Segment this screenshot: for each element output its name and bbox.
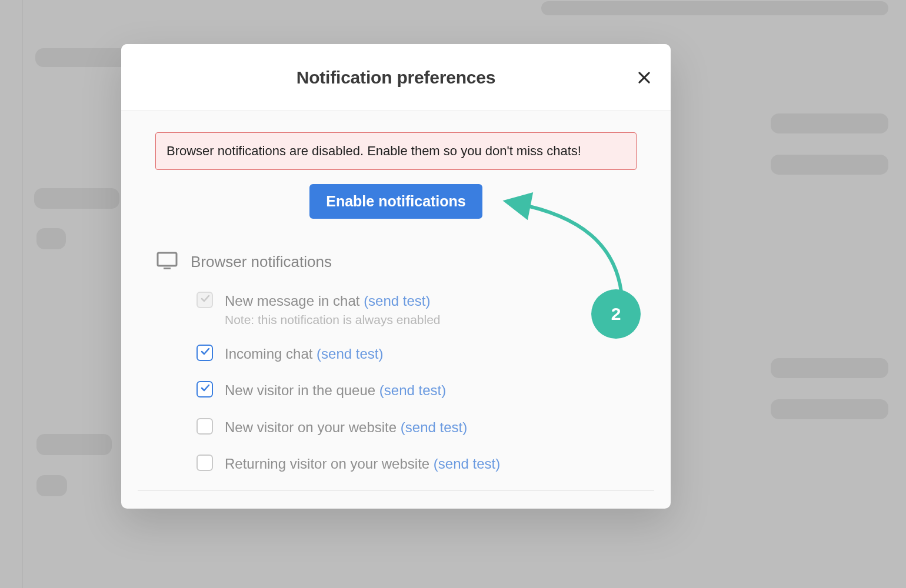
- option-label-row: New visitor in the queue (send test): [225, 381, 446, 400]
- option-label-row: Incoming chat (send test): [225, 345, 383, 363]
- section-header: Browser notifications: [156, 252, 635, 273]
- option-new-message-in-chat: New message in chat (send test) Note: th…: [196, 292, 635, 327]
- bg-placeholder: [36, 434, 112, 455]
- option-label: New visitor on your website: [225, 419, 397, 435]
- enable-notifications-button[interactable]: Enable notifications: [309, 184, 482, 219]
- checkbox-returning-visitor-website[interactable]: [196, 455, 213, 471]
- option-label: New visitor in the queue: [225, 382, 375, 398]
- option-label: Returning visitor on your website: [225, 456, 429, 472]
- close-button[interactable]: [633, 66, 655, 89]
- checkbox-new-visitor-queue[interactable]: [196, 381, 213, 397]
- option-label-row: Returning visitor on your website (send …: [225, 455, 500, 473]
- send-test-link[interactable]: (send test): [364, 293, 430, 309]
- svg-rect-0: [158, 253, 176, 266]
- option-returning-visitor-website: Returning visitor on your website (send …: [196, 455, 635, 473]
- option-note: Note: this notification is always enable…: [225, 313, 441, 327]
- option-new-visitor-queue: New visitor in the queue (send test): [196, 381, 635, 400]
- option-label-row: New visitor on your website (send test): [225, 418, 467, 437]
- send-test-link[interactable]: (send test): [317, 346, 383, 362]
- browser-notifications-section: Browser notifications New message in cha…: [138, 252, 654, 491]
- send-test-link[interactable]: (send test): [379, 382, 446, 398]
- checkbox-new-message-in-chat: [196, 292, 213, 308]
- section-title: Browser notifications: [191, 253, 332, 271]
- svg-rect-1: [164, 268, 171, 269]
- option-label: Incoming chat: [225, 346, 312, 362]
- send-test-link[interactable]: (send test): [401, 419, 467, 435]
- desktop-monitor-icon: [156, 252, 178, 273]
- bg-placeholder: [36, 475, 67, 496]
- modal-body: Browser notifications are disabled. Enab…: [121, 111, 671, 491]
- option-label: New message in chat: [225, 293, 359, 309]
- bg-placeholder: [771, 358, 888, 378]
- checkbox-new-visitor-website[interactable]: [196, 418, 213, 435]
- send-test-link[interactable]: (send test): [434, 456, 500, 472]
- checkbox-incoming-chat[interactable]: [196, 345, 213, 361]
- option-list: New message in chat (send test) Note: th…: [156, 292, 635, 474]
- close-icon: [636, 69, 652, 86]
- bg-placeholder: [541, 1, 888, 15]
- notification-preferences-modal: Notification preferences Browser notific…: [121, 44, 671, 509]
- modal-title: Notification preferences: [297, 68, 496, 88]
- bg-placeholder: [771, 113, 888, 133]
- option-body: New message in chat (send test) Note: th…: [225, 292, 441, 327]
- notifications-disabled-alert: Browser notifications are disabled. Enab…: [155, 132, 637, 170]
- modal-header: Notification preferences: [121, 44, 671, 111]
- option-label-row: New message in chat (send test): [225, 292, 441, 310]
- bg-placeholder: [36, 228, 66, 249]
- bg-placeholder: [771, 155, 888, 175]
- option-new-visitor-website: New visitor on your website (send test): [196, 418, 635, 437]
- bg-placeholder: [34, 188, 119, 209]
- bg-divider: [22, 0, 23, 588]
- option-incoming-chat: Incoming chat (send test): [196, 345, 635, 363]
- enable-button-wrap: Enable notifications: [138, 184, 654, 219]
- bg-placeholder: [771, 399, 888, 419]
